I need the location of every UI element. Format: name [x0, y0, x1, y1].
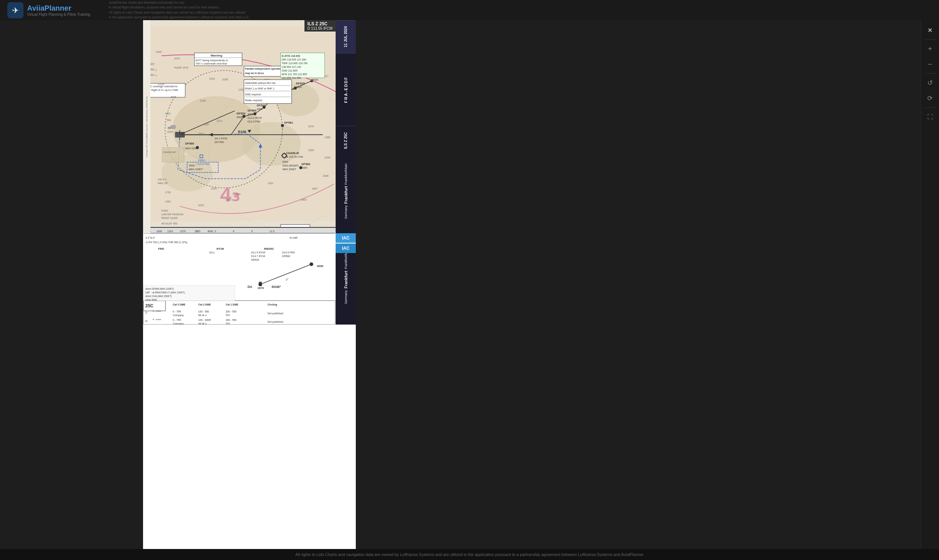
zoom-in-button[interactable]: +	[924, 43, 936, 55]
rotate-button[interactable]: ⟳	[924, 92, 936, 105]
svg-text:25C: 25C	[145, 303, 153, 308]
chart-title: ILS Z 25C D 111.55 IFCW	[305, 20, 336, 32]
svg-text:3.2°/3.0°: 3.2°/3.0°	[145, 237, 155, 239]
svg-text:Cat 2 DME: Cat 2 DME	[199, 303, 211, 306]
svg-rect-124	[168, 127, 171, 129]
svg-text:D4.1: D4.1	[209, 251, 215, 254]
approach-profile: D IFCW 2 3 6 9 11.5 680 1	[143, 227, 336, 325]
rotate-icon: ⟳	[927, 94, 933, 102]
svg-text:DME required: DME required	[245, 93, 261, 96]
svg-text:I 115.9 FRD: I 115.9 FRD	[196, 163, 210, 165]
svg-text:1310: 1310	[167, 230, 173, 232]
content-area: DF526 4000 DF525 4000 DF524 4000	[0, 20, 939, 549]
svg-text:4000: 4000	[237, 116, 242, 118]
svg-text:3: 3	[215, 230, 216, 232]
iac-tab-2[interactable]: IAC	[336, 243, 356, 253]
refresh-icon: ↺	[927, 79, 933, 87]
svg-text:R90SF H160F: R90SF H160F	[162, 217, 178, 219]
svg-text:98 IA ∞: 98 IA ∞	[199, 314, 207, 317]
chart-svg: DF526 4000 DF525 4000 DF524 4000	[143, 20, 336, 227]
svg-text:1739: 1739	[165, 191, 171, 194]
svg-text:3°: 3°	[286, 279, 288, 281]
svg-text:DF520: DF520	[237, 112, 246, 115]
chart-ref-text: Changes VP CHA (08/06) Sources: Lido Rev…	[146, 97, 148, 157]
separator-3	[925, 108, 936, 108]
svg-text:D14.5 FRD: D14.5 FRD	[282, 251, 295, 254]
svg-text:1018: 1018	[209, 77, 215, 80]
footer-text: All rights to Lido Charts and navigation…	[295, 552, 643, 557]
iac-tab-1[interactable]: IAC	[336, 233, 356, 243]
svg-text:DR520: DR520	[251, 258, 259, 261]
svg-text:DF585: DF585	[185, 142, 194, 145]
svg-text:Company: Company	[173, 314, 184, 317]
svg-text:ACFT taxiing independently on: ACFT taxiing independently on	[195, 59, 228, 62]
svg-text:681: 681	[167, 119, 171, 122]
svg-text:TWY U underneath short final: TWY U underneath short final	[195, 62, 227, 65]
svg-text:1510: 1510	[198, 132, 204, 135]
svg-text:R150F 1F2F: R150F 1F2F	[174, 66, 189, 69]
svg-text:MAX 220KT: MAX 220KT	[185, 147, 199, 150]
svg-text:DA: DA	[248, 285, 252, 289]
fullscreen-button[interactable]: ⛶	[924, 111, 936, 123]
svg-text:1986: 1986	[325, 136, 331, 138]
svg-text:5000 (MISAP): 5000 (MISAP)	[282, 164, 299, 167]
svg-text:Not published: Not published	[268, 320, 283, 323]
svg-text:3245: 3245	[156, 51, 162, 53]
close-icon: ×	[928, 26, 933, 34]
svg-text:4000: 4000	[317, 265, 323, 268]
right-tools: × + − ↺ ⟳	[921, 20, 939, 549]
svg-text:Circling: Circling	[268, 303, 277, 306]
svg-text:6: 6	[233, 230, 234, 232]
svg-text:FRANKFURT: FRANKFURT	[163, 151, 177, 153]
svg-text:MAG UP: MAG UP	[158, 182, 168, 185]
airport-name-label: Frankfurt/Main	[344, 163, 348, 185]
svg-text:✈: ✈	[12, 6, 19, 15]
approach-type-label: ILS Z 25C	[336, 126, 356, 155]
svg-text:101B: 101B	[222, 78, 228, 81]
svg-text:APN  121.705  121.855: APN 121.705 121.855	[282, 73, 307, 75]
svg-text:climb 5000: climb 5000	[145, 298, 157, 301]
svg-text:2046: 2046	[171, 96, 176, 98]
app-container: ✈ AviiaPlanner Virtual Flight Planning &…	[0, 0, 939, 560]
svg-text:D-ATIS  118.030: D-ATIS 118.030	[282, 55, 300, 57]
svg-text:D12.3 FRD: D12.3 FRD	[248, 120, 260, 123]
svg-text:1167: 1167	[203, 123, 209, 126]
zoom-out-icon: −	[928, 60, 933, 69]
svg-text:4₃: 4₃	[220, 183, 240, 206]
app-tagline: Virtual Flight Planning & Pilots Trainin…	[27, 12, 90, 17]
svg-text:1907: 1907	[312, 188, 318, 190]
chart-title-text: ILS Z 25C	[307, 21, 332, 26]
svg-text:ft - m/km: ft - m/km	[152, 318, 161, 320]
svg-text:Radar required: Radar required	[245, 99, 262, 102]
svg-text:CHARLIE: CHARLIE	[286, 151, 299, 155]
svg-text:1970: 1970	[211, 188, 217, 190]
svg-text:Warning: Warning	[211, 54, 222, 57]
airport-code-label: FRA-EDDF	[336, 53, 356, 126]
svg-text:0 - 75R: 0 - 75R	[173, 319, 181, 321]
svg-text:1670: 1670	[257, 287, 264, 290]
svg-text:1529: 1529	[167, 131, 173, 133]
svg-text:GND  121.805: GND 121.805	[282, 69, 297, 72]
svg-text:1021: 1021	[165, 112, 171, 115]
svg-point-4	[242, 122, 301, 166]
refresh-button[interactable]: ↺	[924, 77, 936, 89]
svg-rect-123	[171, 125, 175, 128]
fullscreen-icon: ⛶	[927, 114, 933, 120]
svg-text:⊖246°: ⊖246°	[271, 285, 281, 289]
svg-text:2270: 2270	[180, 230, 186, 232]
zoom-out-button[interactable]: −	[924, 58, 936, 71]
close-button[interactable]: ×	[924, 24, 936, 36]
top-bar: ✈ AviiaPlanner Virtual Flight Planning &…	[0, 0, 939, 20]
svg-text:direct DF585 (MAX 220KT): direct DF585 (MAX 220KT)	[145, 288, 174, 291]
svg-text:IFCW: IFCW	[216, 247, 224, 251]
svg-text:LOC coverage restricted to: LOC coverage restricted to	[147, 85, 177, 88]
svg-text:C: C	[145, 311, 148, 314]
svg-text:DR580: DR580	[282, 255, 290, 257]
svg-text:100 - 300R: 100 - 300R	[199, 319, 211, 321]
svg-text:⊕ 115.35 CHA: ⊕ 115.35 CHA	[286, 155, 303, 158]
svg-text:1535: 1535	[308, 149, 314, 151]
svg-text:11.5: 11.5	[269, 230, 275, 232]
logo-text-area: AviiaPlanner Virtual Flight Planning & P…	[27, 4, 90, 17]
svg-text:98 IA ∞: 98 IA ∞	[199, 322, 207, 325]
city-bottom: Frankfurt	[344, 271, 348, 289]
